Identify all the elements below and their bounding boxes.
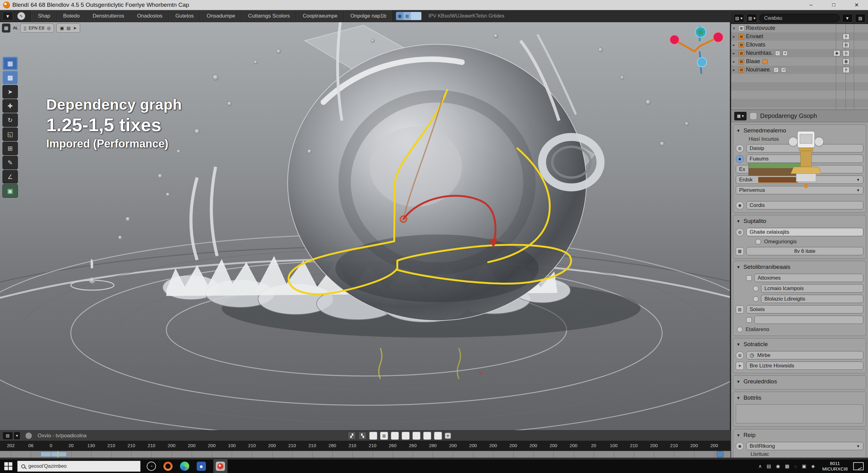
cordis-field[interactable]: Cordis: [746, 201, 863, 209]
radio-icon[interactable]: [755, 239, 761, 244]
workspace-tab[interactable]: Botedo: [57, 10, 86, 22]
checkbox-icon[interactable]: ✓: [775, 51, 780, 56]
taskbar-clock[interactable]: 8011 MICURXCI8: [822, 461, 848, 472]
move-tool-icon[interactable]: ✚: [2, 99, 18, 113]
minimize-button[interactable]: –: [800, 0, 823, 10]
frame-field[interactable]: Bre Liztre Hixwsids: [746, 362, 863, 370]
collapse-icon[interactable]: ▼: [736, 128, 740, 133]
mirbe-field[interactable]: ◷ Mirbe: [746, 351, 863, 359]
collapse-icon[interactable]: ▼: [736, 342, 740, 347]
properties-pin-icon[interactable]: [750, 112, 757, 120]
collapse-icon[interactable]: ▼: [736, 265, 740, 269]
timeline-editor-type-button[interactable]: ▤: [2, 432, 13, 440]
proportional-icon[interactable]: ▤: [67, 26, 70, 31]
workspace-tab[interactable]: Onadostos: [131, 10, 169, 22]
workspace-tab[interactable]: Cooptraeumpe: [296, 10, 344, 22]
visibility-toggle-icon[interactable]: ✕: [843, 67, 849, 73]
tray-icon-4[interactable]: ◌: [794, 464, 797, 469]
outliner-row[interactable]: ▸▩Nouinaee.✓↺✕: [731, 66, 868, 74]
properties-editor-type-button[interactable]: ▦ ▾: [734, 112, 747, 121]
playback-button-3[interactable]: ▨: [380, 432, 388, 440]
workspace-tab[interactable]: Onpolge nap1b: [344, 10, 393, 22]
playback-button-6[interactable]: [412, 432, 421, 440]
search-input[interactable]: [28, 464, 127, 469]
visibility-toggle-icon[interactable]: ✕: [843, 34, 849, 40]
soiwis-field[interactable]: Soiwis: [746, 305, 863, 313]
frames-field[interactable]: Fuaums: [746, 155, 863, 163]
preview-range[interactable]: [41, 452, 67, 457]
collapse-icon[interactable]: ▼: [736, 396, 740, 400]
outliner-display-mode-button[interactable]: ▥ ▾: [747, 14, 757, 23]
viewport-3d[interactable]: Dependency graph 1.25-1,5 tixes Impored …: [0, 22, 731, 431]
tray-icon-3[interactable]: ▦: [785, 464, 789, 469]
taskbar-app-blender[interactable]: [213, 459, 227, 473]
chevron-down-icon[interactable]: ▾: [13, 432, 20, 440]
playback-button-7[interactable]: [423, 432, 431, 440]
new-collection-icon[interactable]: ▧: [855, 14, 866, 23]
playback-button-0[interactable]: ▞: [348, 432, 356, 440]
empty-field[interactable]: [754, 316, 863, 324]
refresh-icon[interactable]: ↺: [783, 51, 787, 56]
workspace-tab[interactable]: Shap: [31, 10, 57, 22]
campois-field[interactable]: Lcmaio Icampois: [761, 284, 863, 293]
timeline-scrollbar[interactable]: [0, 451, 731, 458]
editor-type-button[interactable]: ▦: [2, 24, 10, 33]
elements-dropdown[interactable]: Plenvemus ▼: [736, 186, 863, 194]
start-button[interactable]: [4, 462, 12, 470]
expand-icon[interactable]: ▾: [731, 26, 737, 31]
cursor-tool-icon[interactable]: ➤: [2, 85, 18, 99]
collapse-icon[interactable]: ▼: [736, 219, 740, 224]
radio-icon[interactable]: [737, 327, 743, 332]
transform-tool-icon[interactable]: ⊞: [2, 142, 18, 155]
playhead-handle[interactable]: [717, 451, 723, 457]
visibility-toggle-icon[interactable]: ◎: [843, 50, 849, 56]
playback-button-4[interactable]: [391, 432, 399, 440]
brick-field[interactable]: Erdsk ▼: [736, 175, 863, 184]
attributes-field[interactable]: Attoximes: [754, 274, 863, 282]
taskbar-app-edge[interactable]: [180, 462, 189, 471]
workspace-tab[interactable]: Cuttarngs Scolors: [242, 10, 296, 22]
expand-icon[interactable]: ▸: [731, 68, 737, 72]
radio-icon[interactable]: [753, 286, 758, 291]
outliner-search-input[interactable]: [760, 14, 840, 22]
display-field[interactable]: Daisip: [746, 144, 863, 153]
expand-icon[interactable]: ▸: [731, 34, 737, 39]
outliner-row[interactable]: ▸▩Ellovats▤: [731, 41, 868, 49]
playback-button-8[interactable]: [434, 432, 442, 440]
filter-icon[interactable]: ▼: [842, 14, 852, 23]
playback-button-9[interactable]: ▾: [445, 433, 451, 439]
engine-dropdown[interactable]: BriílRlkong ▼: [746, 442, 863, 450]
annotate-tool-icon[interactable]: ✎: [2, 156, 18, 169]
workspace-tab[interactable]: Onsadumpe: [200, 10, 242, 22]
scale-tool-icon[interactable]: ◱: [2, 128, 18, 141]
collapse-icon[interactable]: ▼: [736, 379, 740, 384]
checkbox-icon[interactable]: [746, 317, 752, 323]
workspace-tab[interactable]: Denstrutteros: [86, 10, 131, 22]
ldireigtis-field[interactable]: Blolazio Ldireigtis: [761, 295, 863, 303]
select-box-tool-icon[interactable]: ▦: [2, 57, 18, 70]
app-menu-button[interactable]: ▼: [2, 12, 13, 20]
refresh-icon[interactable]: ↺: [781, 67, 786, 72]
cursor-tool-icon[interactable]: ➤: [73, 26, 77, 31]
visibility-toggle-icon[interactable]: ▤: [843, 42, 849, 48]
snap-icon[interactable]: ▣: [60, 26, 64, 31]
outliner-editor-type-button[interactable]: ▤ ▾: [734, 14, 744, 23]
visibility-toggle-icon[interactable]: ▦: [843, 59, 849, 65]
workspace-tab[interactable]: Gutetos: [169, 10, 200, 22]
playback-button-1[interactable]: ▚: [359, 432, 367, 440]
tray-icon-6[interactable]: ◈: [811, 464, 815, 469]
timeline-ruler[interactable]: 2020602013021021021020020020010021020021…: [0, 441, 731, 451]
taskbar-search[interactable]: [17, 461, 141, 472]
maximize-button[interactable]: □: [823, 0, 845, 10]
add-object-tool-icon[interactable]: ▣: [2, 184, 18, 198]
outliner-row[interactable]: ▸▩Envaet✕: [731, 32, 868, 41]
playback-button-5[interactable]: [402, 432, 410, 440]
measure-tool-icon[interactable]: ∠: [2, 170, 18, 183]
close-button[interactable]: ✕: [845, 0, 868, 10]
rotate-tool-icon[interactable]: ↻: [2, 113, 18, 127]
playback-sync-icon[interactable]: [25, 432, 32, 439]
radio-icon[interactable]: [753, 296, 758, 302]
collapse-icon[interactable]: ▼: [736, 433, 740, 438]
expand-icon[interactable]: ▸: [731, 43, 737, 47]
taskbar-app-orange[interactable]: [163, 462, 173, 471]
